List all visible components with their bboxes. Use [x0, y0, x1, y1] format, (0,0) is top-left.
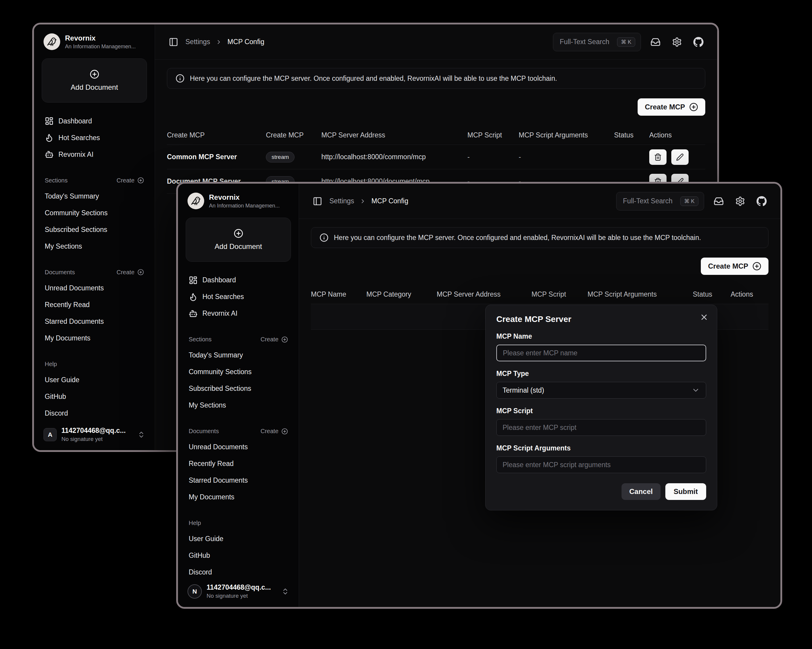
- sidebar-item-revornix-ai[interactable]: Revornix AI: [42, 146, 147, 163]
- col-header: Status: [614, 131, 649, 139]
- sidebar-item-github[interactable]: GitHub: [42, 388, 147, 405]
- nav-label: My Documents: [45, 334, 90, 342]
- sidebar-item-unread-documents[interactable]: Unread Documents: [42, 279, 147, 296]
- create-section-button[interactable]: Create: [116, 177, 144, 184]
- info-banner: Here you can configure the MCP server. O…: [311, 227, 768, 248]
- sidebar-toggle-button[interactable]: [311, 195, 324, 208]
- sidebar-item-community-sections[interactable]: Community Sections: [42, 205, 147, 221]
- sidebar-item-subscribed-sections[interactable]: Subscribed Sections: [186, 380, 291, 397]
- sidebar-item-todays-summary[interactable]: Today's Summary: [42, 188, 147, 205]
- mcp-type-select[interactable]: Terminal (std): [496, 382, 706, 399]
- breadcrumb-settings[interactable]: Settings: [330, 197, 354, 205]
- chevron-right-icon: [215, 39, 222, 45]
- create-section-button[interactable]: Create: [261, 336, 288, 343]
- user-menu[interactable]: A 1142704468@qq.c... No signature yet: [42, 424, 147, 443]
- sidebar-item-dashboard[interactable]: Dashboard: [42, 113, 147, 129]
- sidebar-item-community-sections[interactable]: Community Sections: [186, 364, 291, 380]
- full-text-search-button[interactable]: Full-Text Search ⌘ K: [616, 192, 704, 211]
- create-mcp-server-dialog: Create MCP Server MCP Name MCP Type Term…: [485, 305, 717, 510]
- create-document-button[interactable]: Create: [116, 269, 144, 276]
- submit-button[interactable]: Submit: [665, 483, 706, 500]
- nav-label: User Guide: [45, 376, 79, 384]
- add-document-button[interactable]: Add Document: [42, 58, 147, 102]
- col-header: Status: [693, 290, 731, 298]
- sidebar-item-hot-searches[interactable]: Hot Searches: [42, 129, 147, 146]
- sidebar-item-starred-documents[interactable]: Starred Documents: [186, 472, 291, 489]
- plus-circle-icon: [137, 269, 144, 275]
- create-mcp-button[interactable]: Create MCP: [701, 258, 768, 275]
- gear-icon: [672, 37, 682, 47]
- sidebar-item-subscribed-sections[interactable]: Subscribed Sections: [42, 221, 147, 238]
- topbar: Settings MCP Config Full-Text Search ⌘ K: [155, 24, 717, 60]
- user-menu[interactable]: N 1142704468@qq.c... No signature yet: [186, 580, 291, 599]
- col-header: MCP Script Arguments: [588, 290, 693, 298]
- nav-label: Today's Summary: [189, 351, 243, 359]
- dashboard-icon: [45, 116, 53, 125]
- info-banner-text: Here you can configure the MCP server. O…: [190, 75, 557, 82]
- inbox-button[interactable]: [649, 35, 662, 49]
- plus-circle-icon: [281, 428, 288, 435]
- create-label: Create: [261, 428, 278, 435]
- chevron-down-icon: [691, 386, 700, 394]
- create-document-button[interactable]: Create: [261, 428, 288, 435]
- sidebar-item-hot-searches[interactable]: Hot Searches: [186, 289, 291, 305]
- mcp-script-input[interactable]: [496, 419, 706, 436]
- sidebar-item-user-guide[interactable]: User Guide: [42, 371, 147, 388]
- cancel-button[interactable]: Cancel: [621, 483, 661, 500]
- delete-button[interactable]: [649, 150, 667, 165]
- sidebar-toggle-button[interactable]: [167, 35, 180, 49]
- col-header: MCP Script Arguments: [519, 131, 614, 139]
- info-icon: [176, 74, 185, 83]
- col-header: Actions: [649, 131, 705, 139]
- sidebar-item-starred-documents[interactable]: Starred Documents: [42, 313, 147, 330]
- sidebar-item-unread-documents[interactable]: Unread Documents: [186, 438, 291, 455]
- full-text-search-button[interactable]: Full-Text Search ⌘ K: [553, 33, 641, 51]
- sidebar-item-discord[interactable]: Discord: [42, 405, 147, 421]
- pencil-icon: [676, 153, 684, 161]
- mcp-name-input[interactable]: [496, 345, 706, 361]
- inbox-button[interactable]: [712, 194, 725, 208]
- create-mcp-button[interactable]: Create MCP: [638, 98, 705, 116]
- edit-button[interactable]: [671, 150, 688, 165]
- sidebar-item-todays-summary[interactable]: Today's Summary: [186, 347, 291, 364]
- nav-label: Recently Read: [189, 460, 234, 468]
- sidebar-item-recently-read[interactable]: Recently Read: [42, 296, 147, 313]
- nav-label: My Documents: [189, 493, 234, 501]
- search-shortcut: ⌘ K: [680, 197, 698, 206]
- sidebar-item-my-documents[interactable]: My Documents: [186, 489, 291, 505]
- nav-label: Hot Searches: [202, 293, 244, 301]
- mcp-script-arguments-input[interactable]: [496, 457, 706, 473]
- sidebar-item-my-sections[interactable]: My Sections: [42, 238, 147, 255]
- nav-label: Recently Read: [45, 301, 90, 309]
- brand: Revornix An Information Managemen...: [42, 34, 147, 50]
- github-button[interactable]: [755, 194, 768, 208]
- sidebar-item-recently-read[interactable]: Recently Read: [186, 455, 291, 472]
- close-icon: [700, 313, 708, 322]
- settings-button[interactable]: [733, 194, 747, 208]
- settings-button[interactable]: [670, 35, 684, 49]
- nav-label: Subscribed Sections: [189, 385, 251, 392]
- nav-label: Unread Documents: [189, 443, 248, 451]
- info-banner-text: Here you can configure the MCP server. O…: [334, 234, 701, 242]
- add-document-button[interactable]: Add Document: [186, 218, 291, 262]
- sidebar-item-my-documents[interactable]: My Documents: [42, 330, 147, 347]
- sidebar-item-discord[interactable]: Discord: [186, 564, 291, 580]
- nav-label: Today's Summary: [45, 192, 99, 200]
- sidebar-item-revornix-ai[interactable]: Revornix AI: [186, 305, 291, 322]
- group-label: Sections: [45, 177, 68, 184]
- breadcrumb-settings[interactable]: Settings: [185, 38, 210, 46]
- sidebar-item-user-guide[interactable]: User Guide: [186, 530, 291, 547]
- col-header: Actions: [731, 290, 768, 298]
- bot-icon: [45, 150, 53, 159]
- col-header: Create MCP: [167, 131, 266, 139]
- info-banner: Here you can configure the MCP server. O…: [167, 68, 705, 89]
- plus-circle-icon: [137, 177, 144, 184]
- sidebar-item-my-sections[interactable]: My Sections: [186, 397, 291, 414]
- add-document-label: Add Document: [215, 242, 262, 251]
- mcp-script-arguments-label: MCP Script Arguments: [496, 444, 706, 452]
- close-button[interactable]: [700, 313, 708, 322]
- github-button[interactable]: [691, 35, 705, 49]
- sidebar-item-github[interactable]: GitHub: [186, 547, 291, 564]
- user-signature: No signature yet: [61, 436, 133, 443]
- sidebar-item-dashboard[interactable]: Dashboard: [186, 272, 291, 289]
